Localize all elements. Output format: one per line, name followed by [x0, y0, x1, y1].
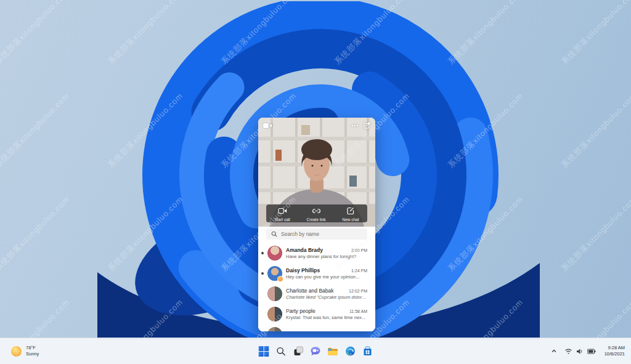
chat-time: 11:58 AM	[349, 309, 367, 313]
unread-indicator	[261, 272, 264, 275]
avatar	[267, 266, 282, 281]
windows-logo-icon	[259, 346, 269, 357]
open-popout-icon[interactable]	[364, 122, 370, 129]
chat-preview: Hey can you give me your opinion...	[286, 274, 367, 280]
start-call-button[interactable]: Start call	[274, 206, 290, 222]
chevron-up-icon	[551, 349, 557, 354]
weather-condition: Sunny	[26, 351, 39, 357]
chat-list-item[interactable]: Daisy Phillips 1:24 PM Hey can you give …	[258, 263, 375, 283]
volume-icon	[576, 348, 584, 355]
chat-preview: Charlotte liked "Cupcake ipsum dolor see…	[286, 294, 367, 300]
chat-name: Daisy Phillips	[286, 267, 320, 273]
emoji-badge	[277, 276, 283, 282]
new-chat-button[interactable]: New chat	[342, 206, 359, 222]
tray-overflow-button[interactable]	[548, 349, 560, 354]
search-icon	[271, 229, 277, 240]
start-call-label: Start call	[274, 217, 290, 222]
chat-time: 2:00 PM	[351, 248, 367, 253]
chat-name: Party people	[286, 308, 316, 314]
avatar	[267, 246, 282, 261]
avatar	[267, 286, 282, 301]
new-chat-icon	[347, 206, 354, 217]
search-input[interactable]	[281, 231, 362, 237]
taskbar: 78°F Sunny	[0, 338, 631, 364]
chat-button[interactable]	[309, 344, 323, 358]
chat-preview: Krystal: That was fun, same time nex...	[286, 315, 367, 320]
chat-preview: Have any dinner plans for tonight?	[286, 254, 367, 259]
chat-flyout-window: Start call Create link New chat	[258, 118, 375, 331]
clock[interactable]: 9:28 AM 10/6/2021	[601, 345, 629, 357]
store-bag-icon	[362, 346, 372, 356]
tray-date: 10/6/2021	[605, 351, 625, 357]
chat-list-item[interactable]: Party people 11:58 AM Krystal: That was …	[258, 304, 375, 324]
search-button[interactable]	[274, 344, 288, 358]
taskbar-center-icons	[257, 338, 375, 364]
avatar	[267, 307, 282, 322]
video-preview: Start call Create link New chat	[258, 118, 375, 227]
chat-panel: Amanda Brady 2:00 PM Have any dinner pla…	[258, 229, 375, 331]
chat-name: Amanda Brady	[286, 247, 323, 253]
recent-chats-list: Amanda Brady 2:00 PM Have any dinner pla…	[258, 243, 375, 331]
unread-indicator	[261, 252, 264, 254]
chat-bubble-icon	[311, 346, 321, 356]
weather-temp: 78°F	[26, 345, 39, 351]
system-tray: 9:28 AM 10/6/2021	[548, 338, 629, 364]
chat-list-item[interactable]: Charlotte and Babak 12:02 PM Charlotte l…	[258, 283, 375, 304]
battery-icon	[587, 349, 596, 354]
sun-icon	[11, 346, 22, 357]
chat-list-item[interactable]: Amanda Brady 2:00 PM Have any dinner pla…	[258, 243, 375, 263]
more-options-icon[interactable]	[351, 124, 359, 127]
chat-time: 12:02 PM	[349, 289, 367, 293]
task-view-button[interactable]	[291, 344, 306, 358]
weather-widget[interactable]: 78°F Sunny	[6, 338, 44, 364]
video-camera-icon	[278, 206, 287, 217]
wifi-icon	[564, 348, 572, 354]
new-chat-label: New chat	[342, 217, 359, 222]
search-box[interactable]	[266, 229, 367, 240]
edge-icon	[345, 346, 355, 356]
create-link-button[interactable]: Create link	[307, 206, 326, 222]
folder-icon	[328, 347, 338, 356]
camera-icon	[263, 123, 272, 129]
chat-list-item[interactable]	[258, 324, 375, 331]
start-button[interactable]	[257, 344, 271, 358]
file-explorer-button[interactable]	[326, 344, 340, 358]
call-action-strip: Start call Create link New chat	[266, 204, 367, 222]
task-view-icon	[293, 346, 303, 356]
link-icon	[312, 206, 321, 217]
network-volume-battery-button[interactable]	[562, 348, 598, 355]
tray-time: 9:28 AM	[605, 345, 625, 351]
create-link-label: Create link	[307, 217, 326, 222]
avatar	[267, 327, 282, 332]
chat-time: 1:24 PM	[351, 269, 367, 273]
store-button[interactable]	[360, 344, 375, 358]
search-icon	[277, 347, 286, 356]
chat-name: Charlotte and Babak	[286, 288, 334, 294]
edge-button[interactable]	[343, 344, 357, 358]
desktop: Start call Create link New chat	[0, 0, 631, 364]
